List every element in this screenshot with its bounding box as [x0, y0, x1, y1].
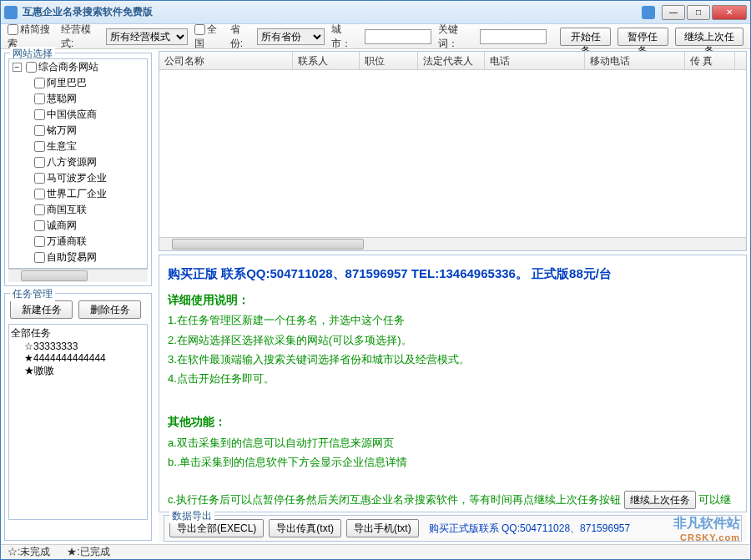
tree-scrollbar[interactable] — [8, 269, 148, 282]
close-button[interactable]: ✕ — [712, 5, 747, 20]
nationwide-checkbox[interactable] — [194, 24, 205, 35]
minimize-button[interactable]: — — [662, 5, 685, 20]
task-item[interactable]: ★嗷嗷 — [24, 364, 145, 378]
tree-site-item[interactable]: 自助贸易网 — [34, 250, 147, 265]
main-area: 网站选择 − 综合商务网站 阿里巴巴慧聪网中国供应商铭万网生意宝八方资源网马可波… — [1, 49, 750, 544]
status-bar: ☆:未完成 ★:已完成 — [1, 544, 750, 559]
scrollbar-thumb[interactable] — [21, 270, 88, 281]
other-heading: 其他功能： — [168, 411, 738, 432]
task-list[interactable]: 全部任务 ☆33333333★4444444444444★嗷嗷 — [8, 324, 148, 520]
pause-task-button[interactable]: 暂停任务 — [617, 28, 668, 46]
continue-task-button[interactable]: 继续上次任务 — [675, 28, 743, 46]
grid-body[interactable] — [159, 70, 746, 237]
info-other: b..单击采集到的信息软件下方会显示企业信息详情 — [168, 452, 738, 472]
new-task-button[interactable]: 新建任务 — [10, 300, 73, 319]
grid-scrollbar[interactable] — [159, 237, 746, 250]
province-select[interactable]: 所有省份 — [257, 28, 324, 45]
task-mgmt-panel: 任务管理 新建任务 删除任务 全部任务 ☆33333333★4444444444… — [4, 293, 152, 541]
grid-column-header[interactable]: 联系人 — [293, 52, 360, 69]
detail-heading: 详细使用说明： — [168, 290, 738, 310]
window-title: 互惠企业名录搜索软件免费版 — [23, 5, 642, 19]
export-note: 购买正式版联系 QQ:504711028、871596957 — [429, 522, 630, 536]
tree-checkbox[interactable] — [34, 189, 45, 199]
right-column: 公司名称联系人职位法定代表人电话移动电话传 真 购买正版 联系QQ:504711… — [155, 49, 750, 544]
biz-mode-select[interactable]: 所有经营模式 — [106, 28, 188, 45]
grid-column-header[interactable]: 公司名称 — [159, 52, 293, 69]
tree-site-item[interactable]: 世界工厂企业 — [34, 186, 147, 202]
tree-site-item[interactable]: 生意宝 — [34, 139, 147, 154]
province-label: 省份: — [230, 23, 250, 51]
site-select-panel: 网站选择 − 综合商务网站 阿里巴巴慧聪网中国供应商铭万网生意宝八方资源网马可波… — [4, 53, 152, 286]
tree-checkbox[interactable] — [26, 62, 37, 73]
titlebar: 互惠企业名录搜索软件免费版 — □ ✕ — [1, 1, 750, 24]
tree-site-item[interactable]: 商国互联 — [34, 202, 147, 218]
site-tree[interactable]: − 综合商务网站 阿里巴巴慧聪网中国供应商铭万网生意宝八方资源网马可波罗企业世界… — [8, 58, 148, 269]
results-grid: 公司名称联系人职位法定代表人电话移动电话传 真 — [159, 51, 747, 251]
search-toolbar: 精简搜索 经营模式: 所有经营模式 全国 省份: 所有省份 城市： 关键词： 开… — [1, 24, 750, 49]
info-panel: 购买正版 联系QQ:504711028、871596957 TEL:134649… — [159, 255, 747, 512]
grid-column-header[interactable]: 职位 — [360, 52, 418, 69]
info-step: 3.在软件最顶端输入搜索关键词选择省份和城市以及经营模式。 — [168, 350, 738, 369]
info-step: 4.点击开始任务即可。 — [168, 369, 738, 388]
info-other: a.双击采集到的信息可以自动打开信息来源网页 — [168, 433, 738, 452]
left-column: 网站选择 − 综合商务网站 阿里巴巴慧聪网中国供应商铭万网生意宝八方资源网马可波… — [1, 49, 155, 544]
tree-site-item[interactable]: 阿里巴巴 — [34, 75, 147, 91]
grid-column-header[interactable]: 法定代表人 — [418, 52, 485, 69]
tree-site-item[interactable]: 万通商联 — [34, 234, 147, 250]
tree-checkbox[interactable] — [34, 125, 45, 136]
nationwide-option[interactable]: 全国 — [194, 23, 224, 51]
status-pending: ☆:未完成 — [8, 545, 50, 559]
tree-checkbox[interactable] — [34, 236, 45, 247]
task-root[interactable]: 全部任务 — [11, 326, 145, 341]
tree-checkbox[interactable] — [34, 157, 45, 168]
tree-checkbox[interactable] — [34, 109, 45, 120]
tree-checkbox[interactable] — [34, 78, 45, 88]
info-line-c: c.执行任务后可以点暂停任务然后关闭互惠企业名录搜索软件，等有时间再点继续上次任… — [168, 490, 738, 512]
tree-site-item[interactable]: 慧聪网 — [34, 91, 147, 107]
biz-mode-label: 经营模式: — [61, 23, 99, 51]
grid-header: 公司名称联系人职位法定代表人电话移动电话传 真 — [159, 52, 746, 70]
app-icon-right — [642, 6, 655, 19]
grid-column-header[interactable]: 传 真 — [685, 52, 735, 69]
tree-checkbox[interactable] — [34, 252, 45, 263]
task-mgmt-legend: 任务管理 — [10, 287, 55, 301]
tree-collapse-icon[interactable]: − — [13, 63, 22, 72]
tree-site-item[interactable]: 八方资源网 — [34, 154, 147, 170]
start-task-button[interactable]: 开始任务 — [560, 28, 611, 46]
tree-site-item[interactable]: 诚商网 — [34, 218, 147, 234]
grid-column-header[interactable]: 移动电话 — [585, 52, 685, 69]
simple-search-checkbox[interactable] — [8, 24, 18, 35]
city-label: 城市： — [331, 23, 358, 51]
export-fax-button[interactable]: 导出传真(txt) — [269, 519, 341, 537]
status-done: ★:已完成 — [67, 545, 109, 559]
city-input[interactable] — [365, 29, 431, 44]
export-mobile-button[interactable]: 导出手机(txt) — [346, 519, 419, 537]
app-window: 互惠企业名录搜索软件免费版 — □ ✕ 精简搜索 经营模式: 所有经营模式 全国… — [0, 0, 751, 560]
info-step: 2.在网站选择区选择欲采集的网站(可以多项选择)。 — [168, 330, 738, 350]
tree-checkbox[interactable] — [34, 93, 45, 104]
task-item[interactable]: ★4444444444444 — [24, 352, 145, 364]
buy-notice: 购买正版 联系QQ:504711028、871596957 TEL:134649… — [168, 262, 738, 285]
keyword-label: 关键词： — [438, 23, 474, 51]
maximize-button[interactable]: □ — [687, 5, 710, 20]
export-bar: 数据导出 导出全部(EXECL) 导出传真(txt) 导出手机(txt) 购买正… — [159, 514, 747, 542]
delete-task-button[interactable]: 删除任务 — [78, 300, 141, 319]
grid-column-header[interactable]: 电话 — [485, 52, 585, 69]
task-item[interactable]: ☆33333333 — [24, 341, 145, 352]
scrollbar-thumb[interactable] — [172, 239, 364, 250]
tree-checkbox[interactable] — [34, 220, 45, 231]
tree-category[interactable]: − 综合商务网站 — [9, 59, 147, 75]
window-controls: — □ ✕ — [662, 5, 747, 20]
keyword-input[interactable] — [480, 29, 547, 44]
tree-checkbox[interactable] — [34, 204, 45, 215]
tree-checkbox[interactable] — [34, 141, 45, 152]
tree-site-item[interactable]: 马可波罗企业 — [34, 170, 147, 186]
tree-site-item[interactable]: 铭万网 — [34, 123, 147, 139]
tree-checkbox[interactable] — [34, 173, 45, 184]
app-icon — [4, 6, 18, 19]
tree-site-item[interactable]: 中国供应商 — [34, 107, 147, 123]
info-step: 1.在任务管理区新建一个任务名，并选中这个任务 — [168, 310, 738, 330]
export-legend: 数据导出 — [169, 509, 214, 523]
continue-task-inline-button[interactable]: 继续上次任务 — [624, 491, 696, 509]
